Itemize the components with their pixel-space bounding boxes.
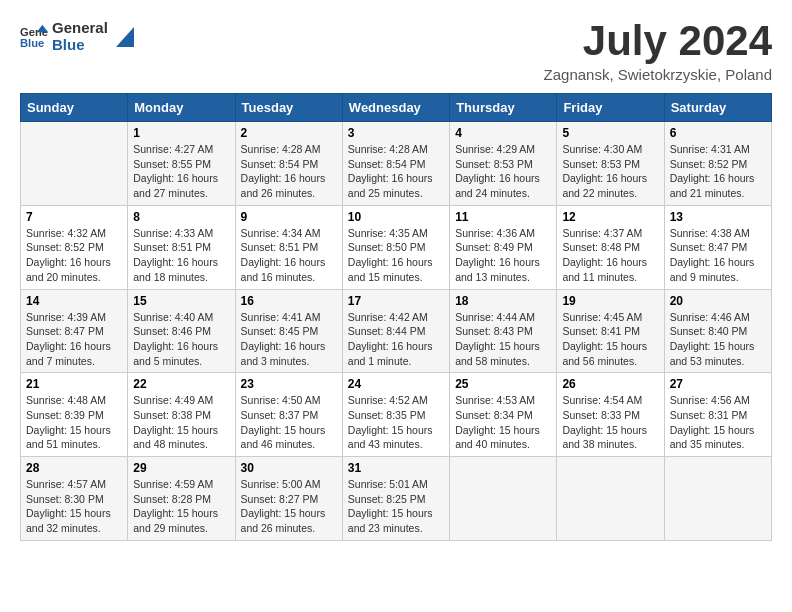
- day-number: 6: [670, 126, 766, 140]
- day-info: Sunrise: 4:57 AMSunset: 8:30 PMDaylight:…: [26, 477, 122, 536]
- calendar-cell: 21Sunrise: 4:48 AMSunset: 8:39 PMDayligh…: [21, 373, 128, 457]
- day-number: 11: [455, 210, 551, 224]
- calendar-cell: 1Sunrise: 4:27 AMSunset: 8:55 PMDaylight…: [128, 122, 235, 206]
- day-info: Sunrise: 4:50 AMSunset: 8:37 PMDaylight:…: [241, 393, 337, 452]
- weekday-header: Saturday: [664, 94, 771, 122]
- day-info: Sunrise: 5:00 AMSunset: 8:27 PMDaylight:…: [241, 477, 337, 536]
- day-info: Sunrise: 4:42 AMSunset: 8:44 PMDaylight:…: [348, 310, 444, 369]
- calendar-cell: 30Sunrise: 5:00 AMSunset: 8:27 PMDayligh…: [235, 457, 342, 541]
- calendar-cell: 27Sunrise: 4:56 AMSunset: 8:31 PMDayligh…: [664, 373, 771, 457]
- day-info: Sunrise: 4:38 AMSunset: 8:47 PMDaylight:…: [670, 226, 766, 285]
- logo: General Blue General Blue: [20, 20, 134, 53]
- day-info: Sunrise: 4:46 AMSunset: 8:40 PMDaylight:…: [670, 310, 766, 369]
- day-info: Sunrise: 4:44 AMSunset: 8:43 PMDaylight:…: [455, 310, 551, 369]
- calendar-week-row: 7Sunrise: 4:32 AMSunset: 8:52 PMDaylight…: [21, 205, 772, 289]
- day-number: 24: [348, 377, 444, 391]
- calendar-cell: 18Sunrise: 4:44 AMSunset: 8:43 PMDayligh…: [450, 289, 557, 373]
- calendar-cell: 10Sunrise: 4:35 AMSunset: 8:50 PMDayligh…: [342, 205, 449, 289]
- calendar-cell: 5Sunrise: 4:30 AMSunset: 8:53 PMDaylight…: [557, 122, 664, 206]
- calendar-cell: [450, 457, 557, 541]
- day-number: 4: [455, 126, 551, 140]
- day-info: Sunrise: 4:27 AMSunset: 8:55 PMDaylight:…: [133, 142, 229, 201]
- day-info: Sunrise: 4:35 AMSunset: 8:50 PMDaylight:…: [348, 226, 444, 285]
- day-number: 31: [348, 461, 444, 475]
- day-info: Sunrise: 4:40 AMSunset: 8:46 PMDaylight:…: [133, 310, 229, 369]
- day-info: Sunrise: 4:29 AMSunset: 8:53 PMDaylight:…: [455, 142, 551, 201]
- calendar-cell: 2Sunrise: 4:28 AMSunset: 8:54 PMDaylight…: [235, 122, 342, 206]
- day-info: Sunrise: 4:52 AMSunset: 8:35 PMDaylight:…: [348, 393, 444, 452]
- day-number: 5: [562, 126, 658, 140]
- calendar-cell: 9Sunrise: 4:34 AMSunset: 8:51 PMDaylight…: [235, 205, 342, 289]
- month-title: July 2024: [544, 20, 772, 62]
- weekday-header-row: SundayMondayTuesdayWednesdayThursdayFrid…: [21, 94, 772, 122]
- logo-icon: General Blue: [20, 23, 48, 51]
- calendar-cell: 15Sunrise: 4:40 AMSunset: 8:46 PMDayligh…: [128, 289, 235, 373]
- calendar-cell: 8Sunrise: 4:33 AMSunset: 8:51 PMDaylight…: [128, 205, 235, 289]
- calendar-cell: 17Sunrise: 4:42 AMSunset: 8:44 PMDayligh…: [342, 289, 449, 373]
- day-number: 16: [241, 294, 337, 308]
- calendar-cell: 13Sunrise: 4:38 AMSunset: 8:47 PMDayligh…: [664, 205, 771, 289]
- day-number: 21: [26, 377, 122, 391]
- day-number: 28: [26, 461, 122, 475]
- day-number: 7: [26, 210, 122, 224]
- day-number: 1: [133, 126, 229, 140]
- day-number: 8: [133, 210, 229, 224]
- day-number: 13: [670, 210, 766, 224]
- day-number: 22: [133, 377, 229, 391]
- calendar-cell: 28Sunrise: 4:57 AMSunset: 8:30 PMDayligh…: [21, 457, 128, 541]
- calendar-cell: 31Sunrise: 5:01 AMSunset: 8:25 PMDayligh…: [342, 457, 449, 541]
- logo-triangle-icon: [112, 27, 134, 47]
- calendar-cell: [21, 122, 128, 206]
- day-number: 14: [26, 294, 122, 308]
- calendar-week-row: 28Sunrise: 4:57 AMSunset: 8:30 PMDayligh…: [21, 457, 772, 541]
- logo-blue-text: Blue: [52, 37, 108, 54]
- page-header: General Blue General Blue July 2024 Zagn…: [20, 20, 772, 83]
- calendar-cell: 29Sunrise: 4:59 AMSunset: 8:28 PMDayligh…: [128, 457, 235, 541]
- day-info: Sunrise: 4:31 AMSunset: 8:52 PMDaylight:…: [670, 142, 766, 201]
- calendar-cell: 20Sunrise: 4:46 AMSunset: 8:40 PMDayligh…: [664, 289, 771, 373]
- day-number: 26: [562, 377, 658, 391]
- day-number: 17: [348, 294, 444, 308]
- weekday-header: Thursday: [450, 94, 557, 122]
- day-number: 20: [670, 294, 766, 308]
- calendar-cell: 22Sunrise: 4:49 AMSunset: 8:38 PMDayligh…: [128, 373, 235, 457]
- weekday-header: Tuesday: [235, 94, 342, 122]
- day-number: 27: [670, 377, 766, 391]
- calendar-week-row: 1Sunrise: 4:27 AMSunset: 8:55 PMDaylight…: [21, 122, 772, 206]
- calendar-cell: 7Sunrise: 4:32 AMSunset: 8:52 PMDaylight…: [21, 205, 128, 289]
- calendar-cell: [557, 457, 664, 541]
- calendar-cell: 26Sunrise: 4:54 AMSunset: 8:33 PMDayligh…: [557, 373, 664, 457]
- calendar-cell: 24Sunrise: 4:52 AMSunset: 8:35 PMDayligh…: [342, 373, 449, 457]
- day-number: 15: [133, 294, 229, 308]
- calendar-cell: 16Sunrise: 4:41 AMSunset: 8:45 PMDayligh…: [235, 289, 342, 373]
- calendar-cell: 12Sunrise: 4:37 AMSunset: 8:48 PMDayligh…: [557, 205, 664, 289]
- calendar-week-row: 21Sunrise: 4:48 AMSunset: 8:39 PMDayligh…: [21, 373, 772, 457]
- day-number: 29: [133, 461, 229, 475]
- day-number: 2: [241, 126, 337, 140]
- day-info: Sunrise: 4:28 AMSunset: 8:54 PMDaylight:…: [348, 142, 444, 201]
- weekday-header: Wednesday: [342, 94, 449, 122]
- day-info: Sunrise: 5:01 AMSunset: 8:25 PMDaylight:…: [348, 477, 444, 536]
- day-number: 3: [348, 126, 444, 140]
- calendar-cell: 19Sunrise: 4:45 AMSunset: 8:41 PMDayligh…: [557, 289, 664, 373]
- day-number: 19: [562, 294, 658, 308]
- day-number: 10: [348, 210, 444, 224]
- day-info: Sunrise: 4:33 AMSunset: 8:51 PMDaylight:…: [133, 226, 229, 285]
- title-section: July 2024 Zagnansk, Swietokrzyskie, Pola…: [544, 20, 772, 83]
- svg-text:Blue: Blue: [20, 37, 44, 49]
- calendar-cell: 25Sunrise: 4:53 AMSunset: 8:34 PMDayligh…: [450, 373, 557, 457]
- day-info: Sunrise: 4:59 AMSunset: 8:28 PMDaylight:…: [133, 477, 229, 536]
- day-info: Sunrise: 4:32 AMSunset: 8:52 PMDaylight:…: [26, 226, 122, 285]
- day-info: Sunrise: 4:49 AMSunset: 8:38 PMDaylight:…: [133, 393, 229, 452]
- day-info: Sunrise: 4:39 AMSunset: 8:47 PMDaylight:…: [26, 310, 122, 369]
- day-info: Sunrise: 4:56 AMSunset: 8:31 PMDaylight:…: [670, 393, 766, 452]
- day-info: Sunrise: 4:45 AMSunset: 8:41 PMDaylight:…: [562, 310, 658, 369]
- calendar-cell: [664, 457, 771, 541]
- logo-general-text: General: [52, 20, 108, 37]
- calendar-cell: 6Sunrise: 4:31 AMSunset: 8:52 PMDaylight…: [664, 122, 771, 206]
- day-number: 30: [241, 461, 337, 475]
- weekday-header: Monday: [128, 94, 235, 122]
- calendar-cell: 14Sunrise: 4:39 AMSunset: 8:47 PMDayligh…: [21, 289, 128, 373]
- day-number: 23: [241, 377, 337, 391]
- weekday-header: Sunday: [21, 94, 128, 122]
